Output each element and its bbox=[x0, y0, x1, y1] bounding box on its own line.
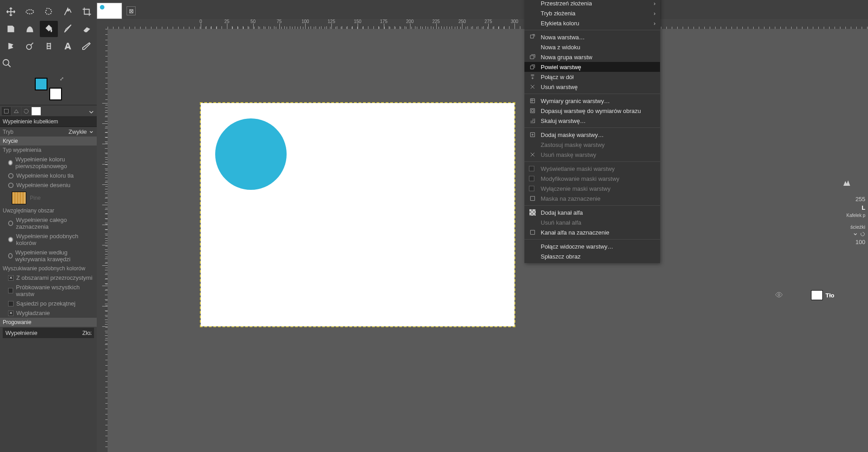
histogram-tab-icon[interactable] bbox=[843, 182, 851, 188]
bucket-fill-tool[interactable] bbox=[40, 21, 58, 37]
pattern-swatch[interactable] bbox=[12, 192, 26, 204]
add-mask-icon bbox=[529, 131, 536, 138]
flip-tool[interactable] bbox=[21, 21, 39, 37]
measure-tool[interactable] bbox=[40, 38, 58, 54]
lock-short-label: Kafelek p bbox=[843, 212, 868, 219]
fg-color-swatch[interactable] bbox=[35, 78, 47, 90]
close-tab-button[interactable]: ⊠ bbox=[127, 6, 136, 15]
text-tool[interactable] bbox=[59, 38, 77, 54]
new-layer-icon bbox=[529, 33, 536, 41]
fill-bg-radio[interactable]: Wypełnienie koloru tła bbox=[0, 171, 97, 180]
sample-all-check[interactable]: Próbkowanie wszystkich warstw bbox=[0, 282, 97, 299]
zoom-tool[interactable] bbox=[2, 55, 20, 71]
move-tool[interactable] bbox=[2, 4, 20, 20]
svg-point-4 bbox=[778, 293, 780, 296]
menu-item[interactable]: Tryb złożenia bbox=[524, 8, 660, 18]
tool-option-tabs bbox=[0, 105, 97, 116]
menu-item[interactable]: Połącz w dół bbox=[524, 72, 660, 82]
transparent-check[interactable]: ✕Z obszarami przezroczystymi bbox=[0, 273, 97, 282]
fill-pattern-radio[interactable]: Wypełnienie deseniu bbox=[0, 180, 97, 190]
fill-by-row[interactable]: Wypełnienie Złożone bbox=[3, 328, 94, 338]
blank-icon bbox=[529, 0, 536, 7]
menu-item-label: Dopasuj warstwę do wymiarów obrazu bbox=[541, 108, 641, 114]
canvas[interactable] bbox=[201, 103, 514, 326]
menu-item[interactable]: Skaluj warstwę… bbox=[524, 116, 660, 126]
fill-edge-radio[interactable]: Wypełnienie według wykrywania krawędzi bbox=[0, 248, 97, 264]
smudge-tool[interactable] bbox=[2, 38, 20, 54]
fill-fg-radio[interactable]: Wypełnienie koloru pierwszoplanowego bbox=[0, 155, 97, 171]
reset-icon[interactable] bbox=[860, 231, 865, 237]
fuzzy-select-tool[interactable] bbox=[59, 4, 77, 20]
heal-tool[interactable] bbox=[78, 38, 96, 54]
menu-item-label: Skaluj warstwę… bbox=[541, 118, 586, 124]
menu-item[interactable]: Dopasuj warstwę do wymiarów obrazu bbox=[524, 106, 660, 116]
blank-icon bbox=[529, 253, 536, 260]
checkbox-icon bbox=[529, 175, 536, 182]
fg-bg-swatches[interactable]: ⤢ bbox=[35, 78, 62, 100]
threshold-slider[interactable]: Progowanie bbox=[0, 318, 97, 327]
blank-icon bbox=[529, 243, 536, 250]
fill-whole-radio[interactable]: Wypełnienie całego zaznaczenia bbox=[0, 215, 97, 231]
menu-item[interactable]: Dodaj maskę warstwy… bbox=[524, 130, 660, 140]
vertical-ruler[interactable] bbox=[97, 29, 108, 452]
color-picker-tool[interactable] bbox=[21, 38, 39, 54]
menu-item-label: Dodaj kanał alfa bbox=[541, 209, 583, 216]
menu-item[interactable]: Nowa warstwa… bbox=[524, 32, 660, 42]
menu-item[interactable]: Wymiary granic warstwy… bbox=[524, 96, 660, 106]
menu-item[interactable]: Dodaj kanał alfa bbox=[524, 207, 660, 217]
eraser-tool[interactable] bbox=[78, 21, 96, 37]
blend-mode-value: Zwykłe bbox=[69, 128, 87, 135]
layer-context-menu: Przestrzeń złożeniaTryb złożeniaEtykieta… bbox=[524, 0, 660, 263]
menu-item-label: Nowa z widoku bbox=[541, 44, 580, 51]
menu-item-label: Tryb złożenia bbox=[541, 10, 576, 17]
menu-item[interactable]: Połącz widoczne warstwy… bbox=[524, 241, 660, 251]
menu-item[interactable]: Spłaszcz obraz bbox=[524, 251, 660, 261]
horizontal-ruler[interactable]: 0255075100125150175200225250275300 bbox=[108, 19, 868, 29]
paintbrush-tool[interactable] bbox=[59, 21, 77, 37]
menu-item[interactable]: Nowa grupa warstw bbox=[524, 52, 660, 62]
swap-colors-icon[interactable]: ⤢ bbox=[60, 76, 64, 82]
antialias-check[interactable]: ✕Wygładzanie bbox=[0, 308, 97, 318]
opacity-value: 255 bbox=[843, 195, 868, 203]
menu-item-label: Nowa warstwa… bbox=[541, 34, 585, 41]
free-select-tool[interactable] bbox=[40, 4, 58, 20]
ruler-origin[interactable] bbox=[97, 19, 108, 29]
tool-options-tab[interactable] bbox=[2, 107, 11, 115]
menu-item[interactable]: Przestrzeń złożenia bbox=[524, 0, 660, 8]
bg-color-swatch[interactable] bbox=[49, 88, 62, 100]
fill-similar-radio[interactable]: Wypełnienie podobnych kolorów bbox=[0, 231, 97, 248]
checkbox-icon bbox=[529, 185, 536, 192]
menu-item[interactable]: Etykieta koloru bbox=[524, 18, 660, 28]
scale-icon bbox=[529, 117, 536, 124]
device-status-tab[interactable] bbox=[12, 107, 21, 115]
menu-item-label: Połącz w dół bbox=[541, 74, 574, 80]
tab-menu-icon[interactable] bbox=[89, 109, 94, 115]
blank-icon bbox=[529, 141, 536, 148]
tab-thumbnail-icon bbox=[100, 5, 104, 9]
diagonal-check[interactable]: Sąsiedzi po przekątnej bbox=[0, 299, 97, 308]
menu-item[interactable]: Powiel warstwę bbox=[524, 62, 660, 72]
menu-item[interactable]: Nowa z widoku bbox=[524, 42, 660, 52]
blend-mode-row[interactable]: Tryb Zwykłe bbox=[0, 127, 97, 137]
opacity-slider[interactable]: Krycie bbox=[0, 137, 97, 146]
document-tab[interactable] bbox=[97, 3, 122, 19]
menu-item-label: Zastosuj maskę warstwy bbox=[541, 141, 605, 148]
similar-colors-heading: Wyszukiwanie podobnych kolorów bbox=[3, 265, 85, 272]
blank-icon bbox=[529, 9, 536, 17]
undo-history-tab[interactable] bbox=[22, 107, 31, 115]
blank-icon bbox=[529, 43, 536, 51]
menu-item[interactable]: Kanał alfa na zaznaczenie bbox=[524, 227, 660, 237]
crop-tool[interactable] bbox=[78, 4, 96, 20]
svg-point-0 bbox=[26, 9, 34, 14]
menu-item: Usuń maskę warstwy bbox=[524, 150, 660, 160]
rotate-tool[interactable] bbox=[2, 21, 20, 37]
layers-panel-fragment: 255 L Kafelek p ścieżki 100 Tło bbox=[843, 179, 868, 264]
chevron-down-icon[interactable] bbox=[853, 231, 858, 237]
duplicate-icon bbox=[529, 63, 536, 71]
rect-select-tool[interactable] bbox=[21, 4, 39, 20]
menu-item[interactable]: Usuń warstwę bbox=[524, 82, 660, 92]
visibility-icon[interactable] bbox=[775, 291, 783, 300]
svg-rect-3 bbox=[4, 109, 8, 113]
layer-row[interactable]: Tło bbox=[773, 287, 868, 303]
images-tab[interactable] bbox=[32, 107, 41, 115]
